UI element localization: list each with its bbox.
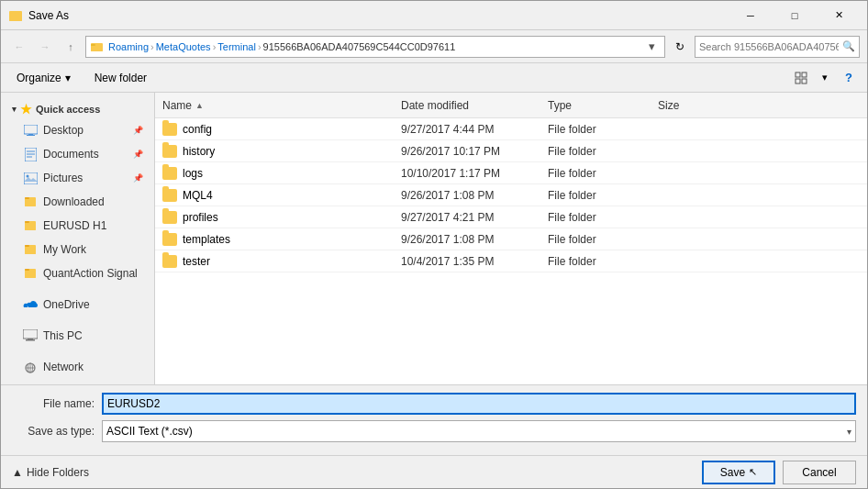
filename-row: File name: xyxy=(12,393,856,415)
file-row-name-1: history xyxy=(162,145,401,158)
table-row[interactable]: templates 9/26/2017 1:08 PM File folder xyxy=(155,228,867,250)
sidebar-item-desktop[interactable]: Desktop 📌 xyxy=(1,118,154,142)
save-button[interactable]: Save ↖ xyxy=(702,461,775,484)
svg-rect-20 xyxy=(25,198,36,206)
address-toolbar: ← → ↑ Roaming › MetaQuotes › Terminal › … xyxy=(1,30,867,63)
svg-rect-9 xyxy=(802,79,807,83)
quick-access-header[interactable]: ▾ ★ Quick access xyxy=(1,96,154,118)
network-label: Network xyxy=(43,361,143,373)
table-row[interactable]: logs 10/10/2017 1:17 PM File folder xyxy=(155,162,867,184)
quantaction-label: QuantAction Signal xyxy=(43,267,143,280)
dialog-title: Save As xyxy=(28,9,729,22)
table-row[interactable]: profiles 9/27/2017 4:21 PM File folder xyxy=(155,206,867,228)
table-row[interactable]: config 9/27/2017 4:44 PM File folder xyxy=(155,118,867,140)
thispc-icon xyxy=(23,328,38,343)
file-row-type-4: File folder xyxy=(548,211,658,224)
refresh-button[interactable]: ↻ xyxy=(669,36,691,58)
col-name-header[interactable]: Name ▲ xyxy=(162,99,401,112)
file-list: Name ▲ Date modified Type Size config 9/… xyxy=(155,93,867,384)
file-row-type-3: File folder xyxy=(548,189,658,202)
svg-rect-27 xyxy=(25,245,29,247)
search-box[interactable]: 🔍 xyxy=(695,36,860,58)
maximize-button[interactable]: □ xyxy=(773,3,816,28)
help-button[interactable]: ? xyxy=(838,67,860,89)
window-controls: ─ □ ✕ xyxy=(729,3,860,28)
file-row-modified-4: 9/27/2017 4:21 PM xyxy=(401,211,548,224)
hide-folders-label: Hide Folders xyxy=(27,466,89,479)
organize-button[interactable]: Organize ▾ xyxy=(8,67,79,89)
sidebar-item-onedrive[interactable]: OneDrive xyxy=(1,293,154,317)
footer-buttons: Save ↖ Cancel xyxy=(702,461,856,484)
view-dropdown-button[interactable]: ▾ xyxy=(814,67,836,89)
table-row[interactable]: tester 10/4/2017 1:35 PM File folder xyxy=(155,250,867,272)
savetype-select[interactable]: ASCII Text (*.csv) ▾ xyxy=(102,420,856,442)
quick-access-label: Quick access xyxy=(36,104,100,115)
documents-icon xyxy=(23,147,38,161)
sidebar-item-documents[interactable]: Documents 📌 xyxy=(1,142,154,166)
back-button[interactable]: ← xyxy=(8,36,30,58)
minimize-button[interactable]: ─ xyxy=(729,3,772,28)
col-modified-header[interactable]: Date modified xyxy=(401,99,548,112)
col-type-header[interactable]: Type xyxy=(548,99,658,112)
new-folder-button[interactable]: New folder xyxy=(86,67,155,89)
svg-rect-30 xyxy=(25,269,29,271)
save-label: Save xyxy=(720,466,745,479)
desktop-label: Desktop xyxy=(43,124,128,137)
svg-rect-24 xyxy=(25,221,29,223)
savetype-label: Save as type: xyxy=(12,425,95,438)
search-input[interactable] xyxy=(699,41,839,52)
close-button[interactable]: ✕ xyxy=(818,3,860,28)
breadcrumb-metaquotes[interactable]: MetaQuotes xyxy=(156,41,211,52)
dialog-icon xyxy=(8,8,23,23)
col-size-header[interactable]: Size xyxy=(658,99,860,112)
folder-icon-0 xyxy=(162,123,177,136)
documents-label: Documents xyxy=(43,148,128,161)
folder-icon-4 xyxy=(162,211,177,224)
file-row-type-1: File folder xyxy=(548,145,658,158)
view-grid-icon xyxy=(795,72,807,84)
downloaded-label: Downloaded xyxy=(43,195,143,208)
save-as-dialog: Save As ─ □ ✕ ← → ↑ Roaming › MetaQuotes xyxy=(0,0,868,489)
breadcrumb: Roaming › MetaQuotes › Terminal › 915566… xyxy=(108,41,639,52)
view-button[interactable] xyxy=(790,67,812,89)
address-dropdown-button[interactable]: ▾ xyxy=(642,37,661,57)
sidebar-item-network[interactable]: Network xyxy=(1,355,154,379)
cancel-button[interactable]: Cancel xyxy=(783,461,856,484)
up-button[interactable]: ↑ xyxy=(60,36,82,58)
sidebar-item-pictures[interactable]: Pictures 📌 xyxy=(1,166,154,190)
savetype-value: ASCII Text (*.csv) xyxy=(106,425,193,438)
sidebar-item-mywork[interactable]: My Work xyxy=(1,238,154,261)
breadcrumb-roaming[interactable]: Roaming xyxy=(108,41,149,52)
save-cursor-icon: ↖ xyxy=(749,466,757,478)
address-bar[interactable]: Roaming › MetaQuotes › Terminal › 915566… xyxy=(85,36,665,58)
file-row-modified-2: 10/10/2017 1:17 PM xyxy=(401,167,548,180)
svg-rect-26 xyxy=(25,246,36,254)
breadcrumb-terminal[interactable]: Terminal xyxy=(217,41,256,52)
svg-rect-23 xyxy=(25,222,36,230)
table-row[interactable]: history 9/26/2017 10:17 PM File folder xyxy=(155,140,867,162)
hide-folders-link[interactable]: ▲ Hide Folders xyxy=(12,466,89,479)
file-row-name-3: MQL4 xyxy=(162,189,401,202)
desktop-icon xyxy=(23,123,38,138)
network-icon xyxy=(23,360,38,374)
folder-icon-2 xyxy=(162,167,177,180)
sidebar-item-downloaded[interactable]: Downloaded xyxy=(1,190,154,214)
file-row-name-5: templates xyxy=(162,233,401,246)
sidebar-item-quantaction[interactable]: QuantAction Signal xyxy=(1,261,154,285)
file-list-header: Name ▲ Date modified Type Size xyxy=(155,93,867,118)
svg-rect-29 xyxy=(25,270,36,278)
sidebar-item-thispc[interactable]: This PC xyxy=(1,324,154,348)
view-controls: ▾ ? xyxy=(790,67,860,89)
downloaded-icon xyxy=(23,194,38,209)
filename-input[interactable] xyxy=(102,393,856,415)
svg-rect-1 xyxy=(9,13,22,21)
filename-label: File name: xyxy=(12,397,95,410)
pictures-pin-icon: 📌 xyxy=(133,173,143,183)
file-row-name-2: logs xyxy=(162,167,401,180)
forward-button[interactable]: → xyxy=(34,36,56,58)
sidebar-divider-2 xyxy=(1,317,154,324)
table-row[interactable]: MQL4 9/26/2017 1:08 PM File folder xyxy=(155,184,867,206)
sidebar-divider-3 xyxy=(1,348,154,355)
savetype-row: Save as type: ASCII Text (*.csv) ▾ xyxy=(12,420,856,442)
sidebar-item-eurusd[interactable]: EURUSD H1 xyxy=(1,214,154,238)
